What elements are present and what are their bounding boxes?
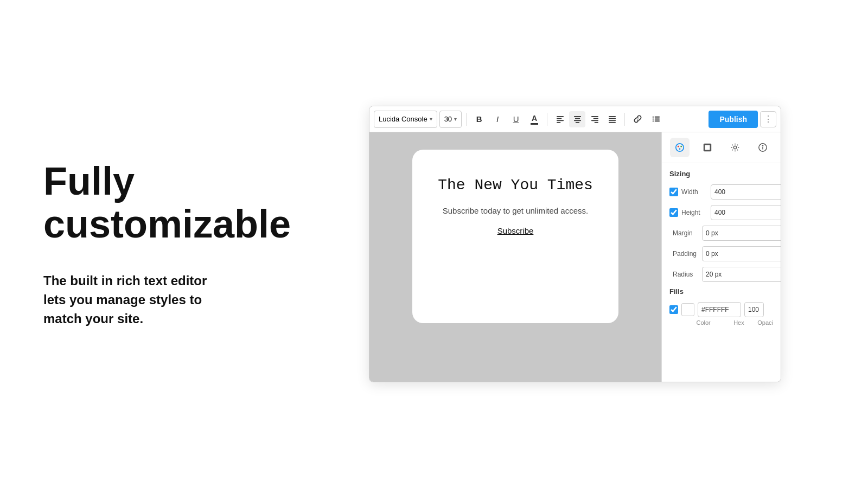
svg-point-23 (678, 146, 679, 147)
fills-section: Fills Color Hex (669, 287, 773, 326)
svg-rect-14 (609, 120, 616, 121)
align-justify-button[interactable] (604, 111, 620, 127)
fill-checkbox[interactable] (669, 305, 678, 314)
divider-2 (547, 113, 547, 126)
svg-rect-15 (609, 122, 616, 123)
padding-label: Padding (673, 250, 699, 258)
svg-rect-3 (557, 122, 561, 123)
link-icon (634, 115, 642, 123)
canvas-area: The New You Times Subscribe today to get… (369, 132, 661, 382)
svg-rect-4 (574, 116, 581, 117)
margin-input[interactable] (702, 226, 781, 241)
svg-rect-6 (574, 120, 581, 121)
text-color-button[interactable]: A (526, 111, 542, 127)
list-button[interactable] (648, 111, 664, 127)
width-label: Width (681, 188, 707, 196)
svg-rect-21 (654, 120, 659, 121)
palette-icon (675, 143, 685, 152)
svg-point-25 (679, 148, 681, 150)
height-label: Height (681, 209, 707, 216)
radius-input[interactable] (702, 267, 781, 282)
svg-rect-13 (609, 118, 616, 119)
svg-rect-9 (593, 118, 598, 119)
chevron-down-icon: ▾ (454, 116, 457, 122)
width-checkbox[interactable] (669, 188, 678, 196)
link-button[interactable] (629, 111, 646, 127)
font-family-select[interactable]: Lucida Console ▾ (374, 111, 437, 128)
publish-button[interactable]: Publish (709, 111, 758, 128)
opacity-input[interactable] (744, 302, 764, 317)
more-options-button[interactable]: ⋮ (760, 111, 776, 127)
panel-content: Sizing Width px Height px (662, 163, 781, 382)
panel-tabs (662, 132, 781, 163)
right-panel: Sizing Width px Height px (661, 132, 781, 382)
svg-rect-5 (575, 118, 579, 119)
svg-rect-8 (591, 116, 598, 117)
align-center-button[interactable] (569, 111, 585, 127)
fills-section-title: Fills (669, 287, 773, 296)
svg-point-16 (652, 117, 653, 118)
editor-window: Lucida Console ▾ 30 ▾ B I U A (369, 106, 781, 382)
divider-1 (466, 113, 467, 126)
height-row: Height px (669, 205, 773, 220)
margin-label: Margin (673, 229, 699, 237)
editor-body: The New You Times Subscribe today to get… (369, 132, 781, 382)
subtitle-text: The built in rich text editor lets you m… (43, 272, 239, 328)
card-title: The New You Times (438, 176, 593, 195)
svg-rect-2 (557, 120, 564, 121)
svg-point-22 (676, 144, 684, 151)
svg-rect-7 (575, 122, 579, 123)
svg-rect-17 (654, 117, 659, 118)
hex-input[interactable] (698, 302, 741, 317)
tab-color[interactable] (670, 138, 690, 157)
align-left-button[interactable] (552, 111, 568, 127)
tab-border[interactable] (698, 138, 717, 157)
bold-button[interactable]: B (471, 111, 487, 127)
color-label: Color (696, 319, 710, 326)
align-group (552, 111, 620, 127)
card-subscribe-link[interactable]: Subscribe (497, 226, 534, 235)
toolbar: Lucida Console ▾ 30 ▾ B I U A (369, 106, 781, 132)
width-input[interactable] (711, 184, 781, 200)
fills-row (669, 302, 773, 317)
font-size-label: 30 (444, 115, 452, 123)
svg-rect-11 (594, 122, 598, 123)
underline-button[interactable]: U (508, 111, 524, 127)
sizing-section-title: Sizing (669, 170, 773, 178)
align-center-icon (573, 115, 582, 123)
tab-info[interactable] (753, 138, 773, 157)
svg-rect-12 (609, 116, 616, 117)
tab-settings[interactable] (725, 138, 745, 157)
italic-button[interactable]: I (489, 111, 506, 127)
hex-label: Hex (733, 319, 744, 326)
text-color-icon: A (531, 114, 538, 125)
svg-point-24 (681, 146, 682, 147)
align-right-icon (591, 115, 599, 123)
width-row: Width px (669, 184, 773, 200)
svg-rect-27 (705, 145, 710, 150)
svg-rect-0 (557, 116, 564, 117)
radius-row: Radius (669, 267, 773, 282)
more-icon: ⋮ (764, 114, 773, 124)
color-swatch[interactable] (681, 303, 694, 316)
list-icon (652, 115, 660, 123)
right-section: Lucida Console ▾ 30 ▾ B I U A (282, 106, 868, 382)
radius-label: Radius (673, 271, 699, 278)
height-input[interactable] (711, 205, 781, 220)
svg-point-28 (733, 146, 736, 149)
main-title: Fully customizable (43, 160, 239, 246)
border-icon (703, 143, 712, 152)
svg-rect-1 (557, 118, 561, 119)
align-right-button[interactable] (586, 111, 603, 127)
padding-input[interactable] (702, 246, 781, 261)
svg-point-31 (762, 145, 763, 146)
content-card: The New You Times Subscribe today to get… (412, 150, 618, 323)
fills-labels: Color Hex Opaci (669, 319, 773, 326)
padding-row: Padding (669, 246, 773, 261)
font-size-select[interactable]: 30 ▾ (439, 111, 462, 128)
align-left-icon (556, 115, 564, 123)
font-family-label: Lucida Console (379, 115, 427, 123)
height-checkbox[interactable] (669, 208, 678, 217)
settings-icon (730, 143, 740, 152)
chevron-down-icon: ▾ (430, 116, 432, 122)
